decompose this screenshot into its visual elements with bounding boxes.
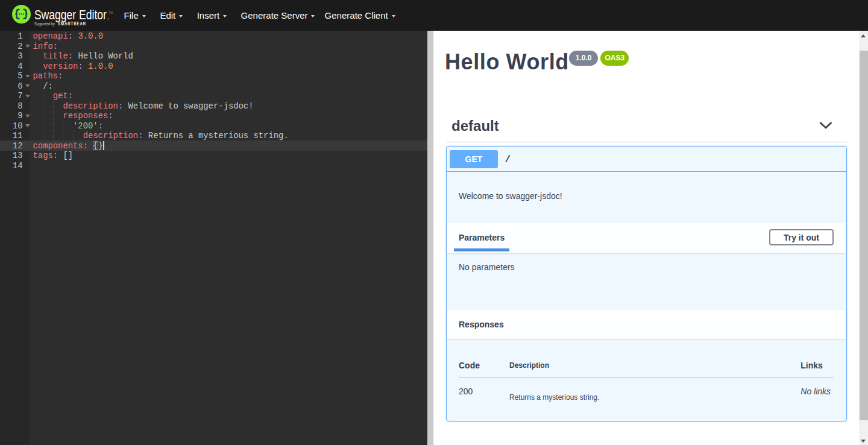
svg-text:TM: TM	[109, 11, 113, 14]
svg-text:Supported by: Supported by	[34, 21, 55, 27]
svg-text:SMARTBEAR: SMARTBEAR	[58, 21, 86, 27]
svg-text:Swagger Editor: Swagger Editor	[34, 7, 107, 22]
